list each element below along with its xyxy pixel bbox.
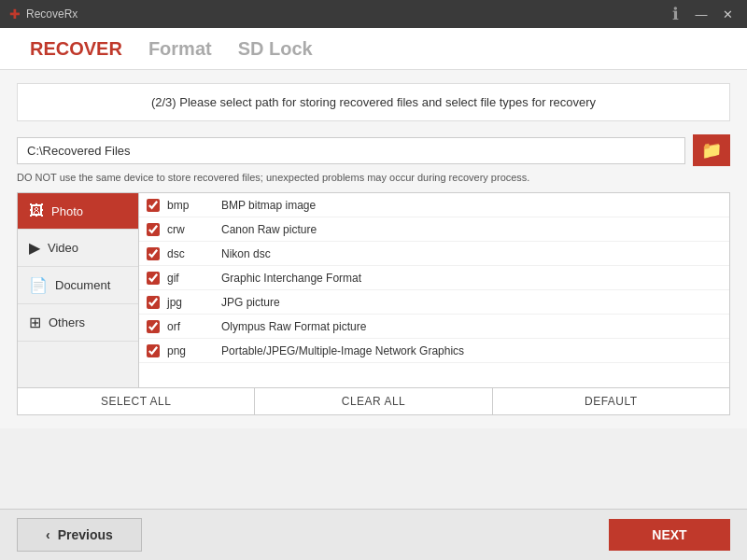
title-bar: ✚ RecoveRx ℹ — ✕	[0, 0, 747, 28]
app-icon: ✚	[9, 7, 21, 21]
table-row: dsc Nikon dsc	[139, 242, 729, 266]
bottom-nav: ‹ Previous NEXT	[0, 509, 747, 560]
category-document[interactable]: 📄 Document	[18, 267, 138, 304]
photo-icon: 🖼	[29, 203, 44, 219]
file-ext: dsc	[167, 247, 214, 260]
file-desc: Portable/JPEG/Multiple-Image Network Gra…	[221, 344, 464, 357]
others-icon: ⊞	[29, 314, 41, 331]
info-button[interactable]: ℹ	[665, 6, 685, 22]
browse-folder-button[interactable]: 📁	[693, 134, 730, 166]
table-row: orf Olympus Raw Format picture	[139, 315, 729, 339]
file-ext: bmp	[167, 199, 214, 212]
clear-all-button[interactable]: CLEAR ALL	[255, 388, 492, 414]
file-desc: JPG picture	[221, 296, 280, 309]
close-button[interactable]: ✕	[717, 6, 738, 22]
table-row: crw Canon Raw picture	[139, 217, 729, 242]
tab-recover[interactable]: RECOVER	[17, 28, 135, 69]
file-type-panel: 🖼 Photo ▶ Video 📄 Document ⊞ Others	[17, 192, 730, 388]
next-button[interactable]: NEXT	[609, 519, 730, 551]
file-ext: crw	[167, 223, 214, 236]
file-checkbox[interactable]	[147, 272, 160, 285]
document-icon: 📄	[29, 276, 48, 294]
nav-tabs: RECOVER Format SD Lock	[0, 28, 747, 70]
select-all-button[interactable]: SELECT ALL	[18, 388, 255, 414]
table-row: gif Graphic Interchange Format	[139, 266, 729, 290]
action-buttons: SELECT ALL CLEAR ALL DEFAULT	[17, 388, 730, 415]
path-warning: DO NOT use the same device to store reco…	[17, 172, 730, 183]
file-checkbox[interactable]	[147, 344, 160, 357]
file-desc: Olympus Raw Format picture	[221, 320, 366, 333]
step-description: (2/3) Please select path for storing rec…	[17, 83, 730, 121]
file-checkbox[interactable]	[147, 320, 160, 333]
category-photo[interactable]: 🖼 Photo	[18, 193, 138, 230]
prev-chevron-icon: ‹	[46, 527, 50, 542]
file-checkbox[interactable]	[147, 199, 160, 212]
file-desc: BMP bitmap image	[221, 199, 316, 212]
table-row: jpg JPG picture	[139, 290, 729, 315]
file-list-container: bmp BMP bitmap image crw Canon Raw pictu…	[139, 193, 729, 387]
file-ext: png	[167, 344, 214, 357]
category-list: 🖼 Photo ▶ Video 📄 Document ⊞ Others	[18, 193, 139, 387]
path-row: 📁	[17, 134, 730, 166]
file-ext: orf	[167, 320, 214, 333]
file-ext: gif	[167, 272, 214, 285]
category-video[interactable]: ▶ Video	[18, 230, 138, 267]
table-row: bmp BMP bitmap image	[139, 193, 729, 217]
file-checkbox[interactable]	[147, 223, 160, 236]
file-desc: Canon Raw picture	[221, 223, 317, 236]
video-icon: ▶	[29, 239, 40, 257]
file-desc: Graphic Interchange Format	[221, 272, 361, 285]
table-row: png Portable/JPEG/Multiple-Image Network…	[139, 339, 729, 363]
file-desc: Nikon dsc	[221, 247, 271, 260]
category-others[interactable]: ⊞ Others	[18, 304, 138, 342]
folder-icon: 📁	[701, 140, 722, 161]
minimize-button[interactable]: —	[691, 6, 712, 22]
file-list: bmp BMP bitmap image crw Canon Raw pictu…	[139, 193, 729, 387]
main-content: (2/3) Please select path for storing rec…	[0, 70, 747, 428]
tab-sdlock[interactable]: SD Lock	[225, 28, 326, 69]
file-ext: jpg	[167, 296, 214, 309]
default-button[interactable]: DEFAULT	[493, 388, 729, 414]
previous-button[interactable]: ‹ Previous	[17, 518, 142, 552]
file-checkbox[interactable]	[147, 296, 160, 309]
path-input[interactable]	[17, 137, 685, 164]
file-checkbox[interactable]	[147, 247, 160, 260]
app-name: RecoveRx	[26, 7, 78, 21]
tab-format[interactable]: Format	[135, 28, 225, 69]
